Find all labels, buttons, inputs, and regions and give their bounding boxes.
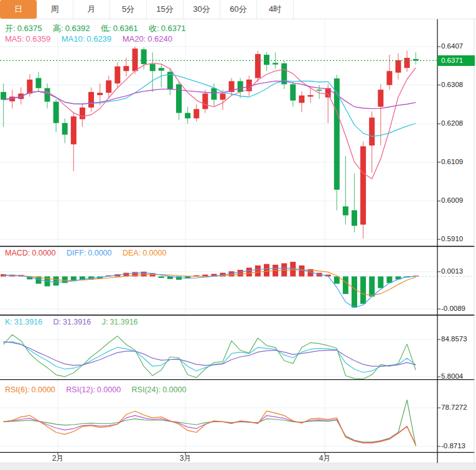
tab-weekly[interactable]: 周	[37, 0, 73, 19]
tab-30min[interactable]: 30分	[184, 0, 220, 19]
tab-daily[interactable]: 日	[0, 0, 37, 19]
h-scrollbar[interactable]	[0, 464, 476, 470]
tab-15min[interactable]: 15分	[147, 0, 184, 19]
chart-app: 日 周 月 5分 15分 30分 60分 4时 开:0.6375 高:0.639…	[0, 0, 476, 470]
last-price-badge: 0.6371	[437, 55, 475, 66]
tab-60min[interactable]: 60分	[220, 0, 257, 19]
chart-canvas[interactable]	[0, 0, 476, 470]
tab-monthly[interactable]: 月	[73, 0, 110, 19]
tab-5min[interactable]: 5分	[110, 0, 147, 19]
timeframe-tabbar: 日 周 月 5分 15分 30分 60分 4时	[0, 0, 476, 19]
tab-4hour[interactable]: 4时	[257, 0, 294, 19]
